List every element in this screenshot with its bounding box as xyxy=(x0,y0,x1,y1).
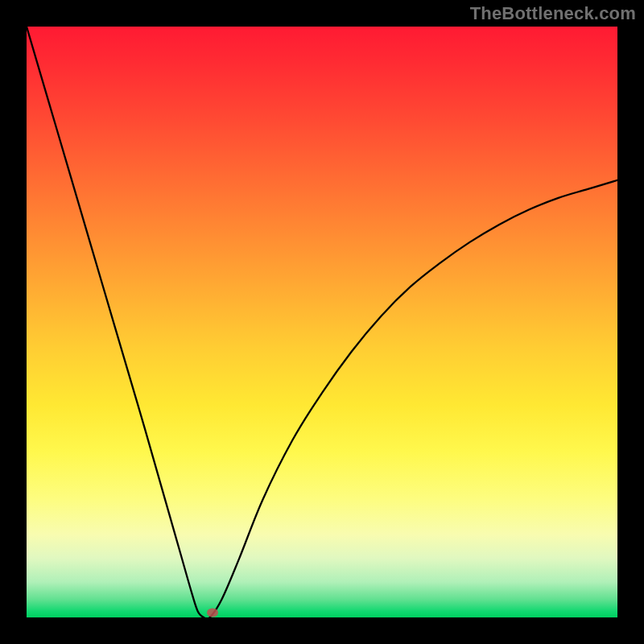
bottleneck-curve xyxy=(27,27,617,617)
plot-area xyxy=(27,27,617,617)
optimum-marker-icon xyxy=(207,609,218,617)
chart-frame: TheBottleneck.com xyxy=(0,0,644,644)
watermark-text: TheBottleneck.com xyxy=(470,3,636,24)
curve-svg xyxy=(27,27,617,617)
